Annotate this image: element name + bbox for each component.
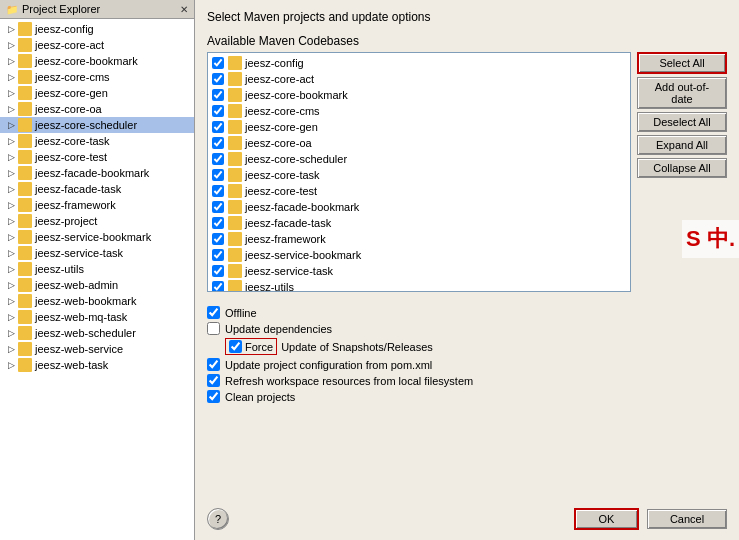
codebase-checkbox[interactable]	[212, 105, 224, 117]
codebase-checkbox[interactable]	[212, 73, 224, 85]
deselect-all-button[interactable]: Deselect All	[637, 112, 727, 132]
codebase-item[interactable]: jeesz-core-cms	[208, 103, 630, 119]
tree-item[interactable]: ▷jeesz-facade-bookmark	[0, 165, 194, 181]
codebase-item[interactable]: jeesz-core-test	[208, 183, 630, 199]
force-highlight-box: Force	[225, 338, 277, 355]
codebase-checkbox[interactable]	[212, 217, 224, 229]
tree-item[interactable]: ▷jeesz-web-service	[0, 341, 194, 357]
codebase-checkbox[interactable]	[212, 153, 224, 165]
codebase-item[interactable]: jeesz-core-oa	[208, 135, 630, 151]
options-section: Offline Update dependencies Force Update…	[207, 306, 727, 406]
project-explorer-panel: 📁 Project Explorer ✕ ▷jeesz-config▷jeesz…	[0, 0, 195, 540]
tree-item-label: jeesz-utils	[35, 263, 84, 275]
force-checkbox[interactable]	[229, 340, 242, 353]
tree-item[interactable]: ▷jeesz-project	[0, 213, 194, 229]
codebase-folder-icon	[228, 216, 242, 230]
explorer-close-icon[interactable]: ✕	[180, 4, 188, 15]
tree-item-label: jeesz-core-bookmark	[35, 55, 138, 67]
tree-item[interactable]: ▷jeesz-web-bookmark	[0, 293, 194, 309]
codebase-checkbox[interactable]	[212, 233, 224, 245]
codebase-item[interactable]: jeesz-framework	[208, 231, 630, 247]
codebase-item[interactable]: jeesz-service-task	[208, 263, 630, 279]
codebase-item[interactable]: jeesz-service-bookmark	[208, 247, 630, 263]
tree-item[interactable]: ▷jeesz-config	[0, 21, 194, 37]
clean-projects-checkbox[interactable]	[207, 390, 220, 403]
codebase-checkbox[interactable]	[212, 89, 224, 101]
collapse-all-button[interactable]: Collapse All	[637, 158, 727, 178]
tree-item[interactable]: ▷jeesz-core-oa	[0, 101, 194, 117]
folder-icon	[18, 326, 32, 340]
tree-item-label: jeesz-framework	[35, 199, 116, 211]
codebase-folder-icon	[228, 168, 242, 182]
codebase-item[interactable]: jeesz-core-bookmark	[208, 87, 630, 103]
tree-arrow-icon: ▷	[8, 344, 18, 354]
tree-item[interactable]: ▷jeesz-facade-task	[0, 181, 194, 197]
codebase-item[interactable]: jeesz-facade-task	[208, 215, 630, 231]
codebase-item[interactable]: jeesz-config	[208, 55, 630, 71]
tree-arrow-icon: ▷	[8, 88, 18, 98]
refresh-workspace-checkbox[interactable]	[207, 374, 220, 387]
codebase-label: jeesz-core-task	[245, 169, 320, 181]
update-config-checkbox[interactable]	[207, 358, 220, 371]
tree-item[interactable]: ▷jeesz-web-scheduler	[0, 325, 194, 341]
codebase-checkbox[interactable]	[212, 137, 224, 149]
tree-item[interactable]: ▷jeesz-web-admin	[0, 277, 194, 293]
tree-item[interactable]: ▷jeesz-core-gen	[0, 85, 194, 101]
codebase-folder-icon	[228, 104, 242, 118]
codebase-item[interactable]: jeesz-core-scheduler	[208, 151, 630, 167]
codebase-checkbox[interactable]	[212, 57, 224, 69]
ok-button[interactable]: OK	[574, 508, 639, 530]
codebase-item[interactable]: jeesz-utils	[208, 279, 630, 292]
codebase-item[interactable]: jeesz-core-act	[208, 71, 630, 87]
codebase-label: jeesz-service-task	[245, 265, 333, 277]
codebase-item[interactable]: jeesz-core-gen	[208, 119, 630, 135]
folder-icon	[18, 278, 32, 292]
expand-all-button[interactable]: Expand All	[637, 135, 727, 155]
codebase-folder-icon	[228, 184, 242, 198]
cancel-button[interactable]: Cancel	[647, 509, 727, 529]
tree-item[interactable]: ▷jeesz-utils	[0, 261, 194, 277]
tree-item[interactable]: ▷jeesz-framework	[0, 197, 194, 213]
tree-item[interactable]: ▷jeesz-core-task	[0, 133, 194, 149]
project-tree-list: ▷jeesz-config▷jeesz-core-act▷jeesz-core-…	[0, 19, 194, 540]
tree-item[interactable]: ▷jeesz-core-test	[0, 149, 194, 165]
tree-item[interactable]: ▷jeesz-core-cms	[0, 69, 194, 85]
codebase-item[interactable]: jeesz-core-task	[208, 167, 630, 183]
tree-arrow-icon: ▷	[8, 312, 18, 322]
codebase-checkbox[interactable]	[212, 169, 224, 181]
offline-checkbox[interactable]	[207, 306, 220, 319]
codebase-checkbox[interactable]	[212, 201, 224, 213]
tree-item[interactable]: ▷jeesz-core-scheduler	[0, 117, 194, 133]
dialog-panel: Select Maven projects and update options…	[195, 0, 739, 540]
folder-icon	[18, 118, 32, 132]
tree-item-label: jeesz-core-test	[35, 151, 107, 163]
codebase-folder-icon	[228, 248, 242, 262]
folder-icon	[18, 246, 32, 260]
folder-icon	[18, 38, 32, 52]
tree-arrow-icon: ▷	[8, 136, 18, 146]
sogou-ime-overlay: S 中.	[682, 220, 739, 258]
tree-item[interactable]: ▷jeesz-service-task	[0, 245, 194, 261]
tree-arrow-icon: ▷	[8, 232, 18, 242]
add-out-of-date-button[interactable]: Add out-of-date	[637, 77, 727, 109]
select-all-button[interactable]: Select All	[637, 52, 727, 74]
codebase-checkbox[interactable]	[212, 281, 224, 292]
help-button[interactable]: ?	[207, 508, 229, 530]
tree-item[interactable]: ▷jeesz-core-bookmark	[0, 53, 194, 69]
tree-item[interactable]: ▷jeesz-web-mq-task	[0, 309, 194, 325]
tree-item[interactable]: ▷jeesz-web-task	[0, 357, 194, 373]
codebase-checkbox[interactable]	[212, 265, 224, 277]
codebase-item[interactable]: jeesz-facade-bookmark	[208, 199, 630, 215]
codebase-checkbox[interactable]	[212, 121, 224, 133]
tree-item[interactable]: ▷jeesz-service-bookmark	[0, 229, 194, 245]
codebase-checkbox[interactable]	[212, 249, 224, 261]
folder-icon	[18, 102, 32, 116]
tree-arrow-icon: ▷	[8, 184, 18, 194]
update-dependencies-checkbox[interactable]	[207, 322, 220, 335]
tree-item-label: jeesz-web-admin	[35, 279, 118, 291]
refresh-workspace-label: Refresh workspace resources from local f…	[225, 375, 473, 387]
tree-item[interactable]: ▷jeesz-core-act	[0, 37, 194, 53]
codebase-checkbox[interactable]	[212, 185, 224, 197]
clean-projects-option-row: Clean projects	[207, 390, 727, 403]
codebase-label: jeesz-utils	[245, 281, 294, 292]
